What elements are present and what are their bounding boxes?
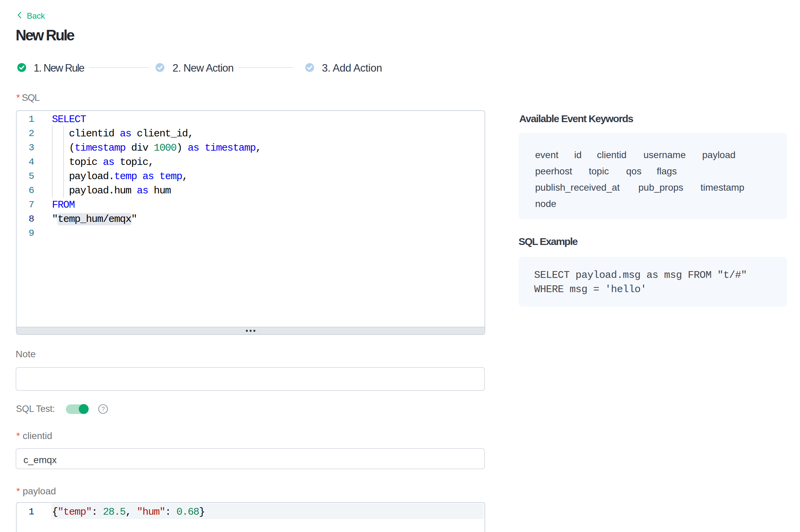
svg-text:?: ? <box>101 406 105 413</box>
